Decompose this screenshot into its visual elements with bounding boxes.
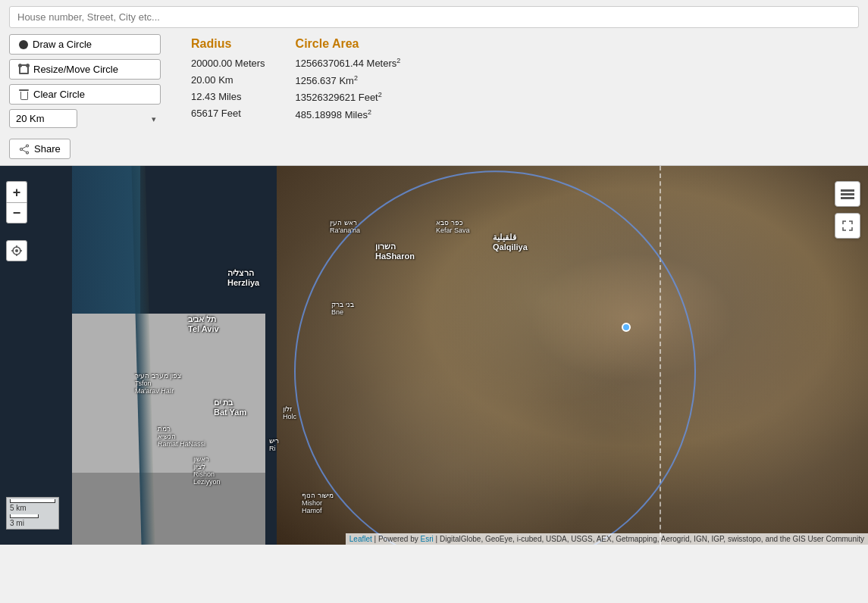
scale-line-km [10, 499, 55, 503]
layers-icon [841, 189, 854, 199]
svg-point-2 [20, 148, 23, 150]
layer-button[interactable] [835, 181, 860, 207]
attribution: Leaflet | Powered by Esri | DigitalGlobe… [346, 533, 868, 545]
label-mishor: מישור הנוףMishorHamof [302, 492, 334, 514]
leaflet-link[interactable]: Leaflet [349, 535, 372, 543]
tile-gray-bot [72, 473, 265, 545]
trash-icon [19, 89, 29, 100]
circle-icon [19, 40, 28, 49]
label-kefar-sava: כפר סבאKefar Sava [436, 219, 470, 234]
map-container[interactable]: הרצליהHerzliya ראש העיןRa'ana'na השרוןHa… [0, 166, 868, 545]
metrics-section: Radius 20000.00 Meters 20.00 Km 12.43 Mi… [161, 34, 859, 123]
radius-block: Radius 20000.00 Meters 20.00 Km 12.43 Mi… [191, 37, 265, 123]
label-qalqiliya: قلقيليةQalqiliya [493, 233, 528, 252]
attribution-text: | Powered by Esri | DigitalGlobe, GeoEye… [374, 535, 864, 543]
radius-feet: 65617 Feet [191, 108, 241, 119]
zoom-in-button[interactable]: + [6, 181, 27, 202]
scale-label-km: 5 km [10, 504, 55, 512]
resize-icon [19, 64, 29, 74]
area-meters2: 1256637061.44 Meters2 [296, 58, 401, 69]
area-feet2: 13526329621 Feet2 [296, 92, 382, 103]
esri-link[interactable]: Esri [421, 535, 434, 543]
resize-move-button[interactable]: Resize/Move Circle [9, 59, 161, 80]
circle-area-block: Circle Area 1256637061.44 Meters2 1256.6… [296, 37, 401, 123]
radius-title: Radius [191, 37, 265, 51]
layer-control [835, 181, 860, 207]
area-km2: 1256.637 Km2 [296, 75, 358, 86]
svg-line-3 [22, 146, 27, 148]
label-bnei-brak: בני ברקBne [331, 301, 354, 316]
label-hasharon: השרוןHaSharon [375, 242, 415, 261]
left-controls: Draw a Circle Resize/Move Circle Clear C… [9, 34, 161, 159]
svg-point-0 [27, 145, 29, 147]
scale-label-mi: 3 mi [10, 519, 55, 527]
scale-bar: 5 km 3 mi [6, 497, 59, 530]
svg-point-1 [27, 152, 29, 154]
top-panel: Draw a Circle Resize/Move Circle Clear C… [0, 0, 868, 166]
label-ramat-nassi: רמתהנשיאRamat HaNassi [158, 425, 205, 448]
label-herzliya: הרצליהHerzliya [227, 268, 259, 287]
radius-miles: 12.43 Miles [191, 91, 241, 102]
zoom-out-button[interactable]: − [6, 202, 27, 223]
fullscreen-button[interactable] [835, 213, 860, 239]
radius-km: 20.00 Km [191, 74, 233, 86]
svg-line-4 [22, 149, 27, 152]
zoom-controls: + − [6, 181, 27, 223]
share-button[interactable]: Share [9, 139, 71, 159]
svg-point-10 [15, 249, 18, 252]
area-miles2: 485.18998 Miles2 [296, 109, 371, 120]
search-input[interactable] [9, 6, 859, 28]
circle-area-title: Circle Area [296, 37, 401, 51]
radius-meters: 20000.00 Meters [191, 58, 265, 69]
radius-select-wrapper: 1 Km 2 Km 5 Km 10 Km 20 Km 50 Km 100 Km [9, 109, 161, 128]
label-ri: רישRi [269, 437, 279, 452]
label-tel-aviv: תל אביבTel Aviv [188, 314, 219, 333]
label-tsfon: צפון מערב העירTsfonMa'arav HaIr [135, 372, 181, 395]
draw-circle-button[interactable]: Draw a Circle [9, 34, 161, 55]
share-icon [19, 144, 30, 155]
radius-select[interactable]: 1 Km 2 Km 5 Km 10 Km 20 Km 50 Km 100 Km [9, 109, 77, 128]
label-raanana: ראש העיןRa'ana'na [330, 219, 360, 234]
label-holon: זלוןHolc [283, 405, 296, 420]
label-rishon: ראשוןלציוןRishonLeziyyon [193, 455, 221, 486]
scale-line-mi [10, 514, 39, 518]
label-bat-yam: בת יםBat Yam [214, 398, 246, 417]
clear-circle-button[interactable]: Clear Circle [9, 84, 161, 105]
center-dot [622, 323, 631, 332]
locate-button[interactable] [6, 240, 27, 261]
